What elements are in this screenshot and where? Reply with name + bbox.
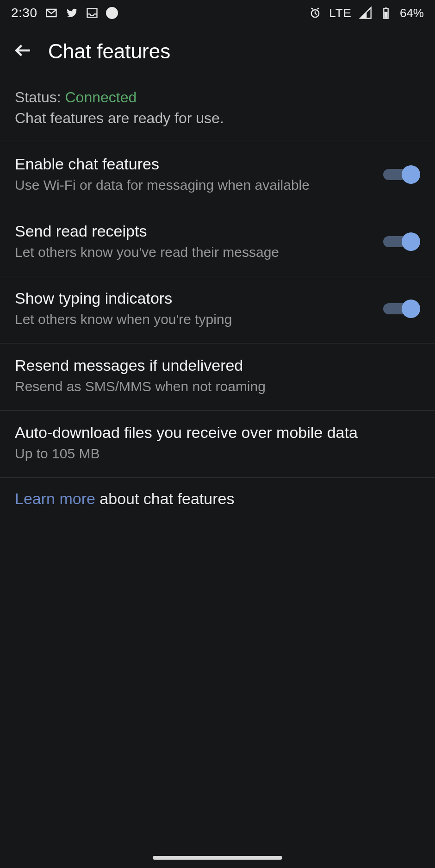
learn-more-row[interactable]: Learn more about chat features	[0, 478, 435, 520]
status-subtitle: Chat features are ready for use.	[15, 110, 420, 127]
status-time: 2:30	[11, 6, 37, 20]
setting-read-receipts[interactable]: Send read receipts Let others know you'v…	[0, 209, 435, 276]
learn-more-link[interactable]: Learn more	[15, 490, 95, 507]
back-button[interactable]	[13, 40, 33, 62]
setting-typing-indicators[interactable]: Show typing indicators Let others know w…	[0, 276, 435, 343]
setting-subtitle: Let others know when you're typing	[15, 310, 372, 328]
setting-enable-chat[interactable]: Enable chat features Use Wi-Fi or data f…	[0, 142, 435, 209]
battery-icon	[379, 6, 392, 19]
settings-list: Status: Connected Chat features are read…	[0, 76, 435, 520]
inbox-icon	[86, 6, 99, 19]
setting-auto-download[interactable]: Auto-download files you receive over mob…	[0, 411, 435, 478]
setting-resend-undelivered[interactable]: Resend messages if undelivered Resend as…	[0, 343, 435, 411]
status-value: Connected	[65, 89, 137, 106]
status-bar: 2:30 LTE 64%	[0, 0, 435, 26]
toggle-read-receipts[interactable]	[383, 231, 420, 253]
status-right: LTE 64%	[309, 6, 424, 20]
envelope-icon	[45, 6, 58, 19]
app-icon	[106, 7, 118, 19]
setting-title: Send read receipts	[15, 222, 372, 240]
status-left: 2:30	[11, 6, 118, 20]
setting-subtitle: Let others know you've read their messag…	[15, 243, 372, 261]
twitter-icon	[65, 6, 78, 19]
setting-subtitle: Use Wi-Fi or data for messaging when ava…	[15, 176, 372, 194]
page-title: Chat features	[48, 40, 170, 63]
app-bar: Chat features	[0, 26, 435, 76]
arrow-left-icon	[13, 40, 33, 61]
setting-subtitle: Resend as SMS/MMS when not roaming	[15, 377, 420, 395]
setting-title: Show typing indicators	[15, 289, 372, 307]
battery-percent: 64%	[400, 6, 424, 20]
setting-title: Enable chat features	[15, 155, 372, 173]
learn-more-text: about chat features	[95, 490, 235, 507]
setting-title: Auto-download files you receive over mob…	[15, 424, 420, 442]
setting-title: Resend messages if undelivered	[15, 356, 420, 375]
toggle-enable-chat[interactable]	[383, 163, 420, 186]
alarm-icon	[309, 6, 322, 19]
status-row: Status: Connected Chat features are read…	[0, 76, 435, 142]
nav-handle[interactable]	[153, 856, 282, 860]
signal-icon	[359, 6, 372, 19]
network-label: LTE	[329, 6, 352, 20]
status-label: Status:	[15, 89, 65, 106]
setting-subtitle: Up to 105 MB	[15, 444, 420, 462]
toggle-typing-indicators[interactable]	[383, 298, 420, 320]
